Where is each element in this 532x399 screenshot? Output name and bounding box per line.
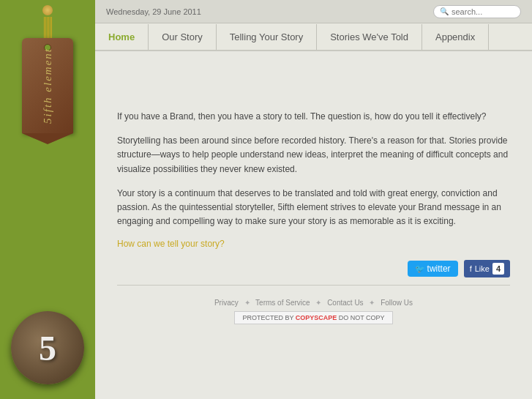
content-spacer bbox=[117, 66, 510, 110]
search-box[interactable]: 🔍 bbox=[433, 5, 521, 18]
paragraph-1: If you have a Brand, then you have a sto… bbox=[117, 110, 510, 124]
content-area: If you have a Brand, then you have a sto… bbox=[95, 51, 532, 399]
twitter-label: twitter bbox=[427, 264, 451, 274]
copyscape-brand: COPYSCAPE bbox=[296, 314, 337, 321]
fb-icon: f bbox=[470, 264, 472, 273]
coffee-cup: 5 bbox=[11, 311, 84, 384]
footer-links: Privacy ✦ Terms of Service ✦ Contact Us … bbox=[117, 299, 510, 307]
footer: Privacy ✦ Terms of Service ✦ Contact Us … bbox=[117, 293, 510, 328]
footer-contact[interactable]: Contact Us bbox=[327, 299, 363, 307]
sidebar: 5ifth element 5 bbox=[0, 0, 95, 399]
twitter-icon: 🐦 bbox=[415, 264, 425, 274]
brand-tag-body: 5ifth element bbox=[22, 38, 73, 133]
footer-follow[interactable]: Follow Us bbox=[381, 299, 413, 307]
tassel-strings bbox=[40, 17, 55, 39]
navigation: Home Our Story Telling Your Story Storie… bbox=[95, 23, 532, 51]
date-display: Wednesday, 29 June 2011 bbox=[106, 7, 201, 16]
tassel bbox=[40, 5, 55, 38]
cup-circle: 5 bbox=[11, 311, 84, 384]
cup-number: 5 bbox=[39, 328, 56, 368]
nav-item-appendix[interactable]: Appendix bbox=[422, 24, 489, 50]
fb-like-count: 4 bbox=[492, 263, 504, 275]
footer-sep-3: ✦ bbox=[369, 299, 375, 307]
nav-item-stories-told[interactable]: Stories We've Told bbox=[317, 24, 422, 50]
nav-item-our-story[interactable]: Our Story bbox=[149, 24, 217, 50]
tassel-top bbox=[42, 5, 53, 15]
search-icon: 🔍 bbox=[440, 7, 449, 15]
footer-terms[interactable]: Terms of Service bbox=[255, 299, 310, 307]
copyscape-suffix: DO NOT COPY bbox=[337, 314, 384, 321]
paragraph-3: Your story is a continuum that deserves … bbox=[117, 187, 510, 229]
main-content: Wednesday, 29 June 2011 🔍 Home Our Story… bbox=[95, 0, 532, 399]
top-bar: Wednesday, 29 June 2011 🔍 bbox=[95, 0, 532, 23]
footer-sep-2: ✦ bbox=[315, 299, 321, 307]
search-input[interactable] bbox=[452, 7, 517, 16]
copyscape-badge: PROTECTED BY COPYSCAPE DO NOT COPY bbox=[234, 311, 392, 324]
copyscape-text: PROTECTED BY bbox=[242, 314, 295, 321]
social-actions: 🐦 twitter f Like 4 bbox=[117, 256, 510, 277]
footer-sep-1: ✦ bbox=[244, 299, 250, 307]
content-divider bbox=[117, 285, 510, 286]
nav-item-home[interactable]: Home bbox=[95, 24, 149, 50]
brand-label: 5ifth element bbox=[42, 48, 54, 124]
cta-link[interactable]: How can we tell your story? bbox=[117, 239, 510, 249]
footer-privacy[interactable]: Privacy bbox=[214, 299, 239, 307]
brand-tag: 5ifth element bbox=[22, 4, 73, 133]
facebook-like-button[interactable]: f Like 4 bbox=[464, 260, 510, 277]
twitter-button[interactable]: 🐦 twitter bbox=[408, 261, 458, 277]
fb-like-label: Like bbox=[475, 264, 490, 273]
nav-item-telling-story[interactable]: Telling Your Story bbox=[217, 24, 317, 50]
paragraph-2: Storytelling has been around since befor… bbox=[117, 134, 510, 176]
